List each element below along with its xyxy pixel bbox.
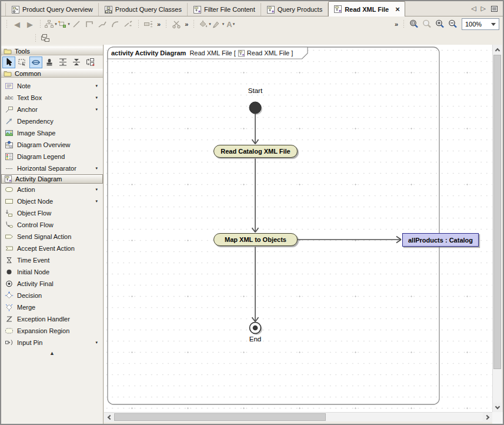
action-map-xml-to-objects[interactable]: Map XML to Objects: [213, 233, 298, 246]
toolbar-drag-handle[interactable]: [403, 20, 405, 29]
toolbar-drag-handle[interactable]: [193, 20, 195, 29]
dropdown-caret-icon[interactable]: ▾: [95, 187, 98, 192]
toolbar-drag-handle[interactable]: [165, 20, 167, 29]
scroll-up-button[interactable]: [493, 45, 502, 54]
scroll-tabs-right-button[interactable]: ▷: [481, 5, 486, 12]
sidebar-scroll-up-button[interactable]: ▲: [1, 350, 103, 356]
toolbar-drag-handle[interactable]: [35, 34, 36, 43]
control-flow-start-to-read[interactable]: [252, 114, 259, 144]
dropdown-caret-icon[interactable]: ▾: [95, 340, 98, 345]
sidebar-item-merge[interactable]: Merge: [1, 301, 103, 313]
initial-node[interactable]: [249, 102, 261, 114]
sidebar-item-accept-event-action[interactable]: Accept Event Action: [1, 243, 103, 254]
compress-tool-button[interactable]: [70, 57, 83, 68]
link-tool-button[interactable]: [29, 57, 42, 68]
path-oblique-button[interactable]: [96, 18, 109, 31]
sidebar-item-exception-handler[interactable]: Exception Handler: [1, 313, 103, 325]
overflow-chevron[interactable]: »: [157, 21, 161, 28]
add-related-elements-button[interactable]: ▾: [57, 18, 70, 31]
end-node-label[interactable]: End: [243, 336, 267, 343]
path-spline-button[interactable]: [122, 18, 135, 31]
vertical-scrollbar-thumb[interactable]: [493, 55, 501, 369]
tab-product-query-classes[interactable]: Product Query Classes: [99, 3, 188, 16]
object-flow-map-to-catalog[interactable]: [298, 237, 401, 243]
dropdown-caret-icon[interactable]: ▾: [95, 84, 98, 88]
control-flow-map-to-end[interactable]: [252, 247, 259, 322]
action-read-catalog-xml-file[interactable]: Read Catalog XML File: [213, 145, 298, 158]
font-color-button[interactable]: A ▾: [224, 18, 237, 31]
tools-section-header[interactable]: Tools: [1, 47, 103, 55]
activity-diagram-section-header[interactable]: Activity Diagram: [1, 174, 103, 184]
path-rectilinear-button[interactable]: [83, 18, 96, 31]
tab-filter-file-content[interactable]: Filter File Content: [188, 3, 261, 16]
line-color-button[interactable]: ▾: [211, 18, 225, 31]
toolbar-drag-handle[interactable]: [6, 20, 8, 29]
scroll-left-button[interactable]: [104, 413, 114, 422]
sidebar-item-expansion-region[interactable]: Expansion Region: [1, 325, 103, 337]
sidebar-item-note[interactable]: Note ▾: [1, 80, 103, 92]
horizontal-scrollbar-thumb[interactable]: [114, 413, 326, 421]
scroll-tabs-left-button[interactable]: ◁: [471, 5, 476, 12]
start-node-label[interactable]: Start: [243, 87, 267, 94]
scroll-down-button[interactable]: [493, 403, 502, 412]
zoom-selection-button[interactable]: [420, 18, 433, 31]
forward-button[interactable]: ▶: [24, 18, 36, 31]
vertical-scrollbar[interactable]: [492, 45, 502, 412]
zoom-in-button[interactable]: [433, 18, 446, 31]
cut-button[interactable]: [170, 18, 183, 31]
path-direct-button[interactable]: [70, 18, 83, 31]
dropdown-caret-icon[interactable]: ▾: [95, 199, 98, 204]
close-tab-icon[interactable]: ×: [395, 6, 400, 12]
sidebar-item-activity-final[interactable]: Activity Final: [1, 278, 103, 290]
sidebar-item-initial-node[interactable]: Initial Node: [1, 266, 103, 278]
reset-label-positions-button[interactable]: [142, 18, 155, 31]
fill-color-button[interactable]: ▾: [198, 18, 211, 31]
tab-query-products[interactable]: Query Products: [261, 3, 328, 16]
sidebar-item-horizontal-separator[interactable]: ---- Horizontal Separator ▾: [1, 162, 103, 174]
back-button[interactable]: ◀: [11, 18, 24, 31]
sidebar-item-send-signal-action[interactable]: Send Signal Action: [1, 231, 103, 243]
show-containment-button[interactable]: [39, 32, 52, 45]
sidebar-item-diagram-legend[interactable]: Diagram Legend: [1, 151, 103, 162]
stamp-tool-button[interactable]: [43, 57, 56, 68]
sidebar-item-text-box[interactable]: abc Text Box ▾: [1, 92, 103, 104]
horizontal-scrollbar[interactable]: [104, 412, 492, 421]
sidebar-item-action[interactable]: Action ▾: [1, 184, 103, 195]
sidebar-item-dependency[interactable]: Dependency: [1, 115, 103, 127]
select-tool-button[interactable]: [2, 57, 15, 68]
activity-diagram-icon: [193, 5, 202, 14]
sidebar-item-image-shape[interactable]: Image Shape: [1, 127, 103, 139]
layout-hierarchy-button[interactable]: ▾: [44, 18, 57, 31]
overflow-chevron[interactable]: »: [185, 21, 188, 28]
toolbar-drag-handle[interactable]: [39, 20, 41, 29]
sidebar-item-control-flow[interactable]: Control Flow: [1, 219, 103, 231]
zoom-out-button[interactable]: [446, 18, 459, 31]
sidebar-item-object-flow[interactable]: Object Flow: [1, 207, 103, 219]
sidebar-item-input-pin[interactable]: Input Pin ▾: [1, 337, 103, 348]
path-curved-button[interactable]: [109, 18, 122, 31]
object-node-allproducts-catalog[interactable]: allProducts : Catalog: [402, 233, 479, 247]
tab-list-icon[interactable]: [490, 5, 498, 12]
tab-read-xml-file[interactable]: Read XML File ×: [328, 1, 405, 16]
zoom-region-button[interactable]: [408, 18, 420, 31]
control-flow-read-to-map[interactable]: [252, 158, 259, 233]
dropdown-caret-icon[interactable]: ▾: [95, 166, 98, 171]
dropdown-caret-icon[interactable]: ▾: [95, 95, 98, 100]
common-section-header[interactable]: Common: [1, 69, 103, 78]
marquee-select-tool-button[interactable]: [16, 57, 29, 68]
dropdown-caret-icon[interactable]: ▾: [95, 107, 98, 112]
diagram-toolbar: [1, 32, 503, 45]
swap-elements-tool-button[interactable]: [84, 57, 96, 68]
zoom-level-combobox[interactable]: 100%: [462, 18, 499, 30]
sidebar-item-diagram-overview[interactable]: Diagram Overview: [1, 139, 103, 151]
sidebar-item-time-event[interactable]: Time Event: [1, 254, 103, 266]
sidebar-item-object-node[interactable]: Object Node ▾: [1, 195, 103, 207]
tab-product-query-overview[interactable]: Product Query Overview: [5, 3, 99, 16]
scroll-right-button[interactable]: [483, 413, 492, 422]
toolbar-drag-handle[interactable]: [138, 20, 139, 29]
sidebar-item-decision[interactable]: Decision: [1, 290, 103, 301]
sidebar-item-anchor[interactable]: Anchor ▾: [1, 104, 103, 115]
diagram-canvas[interactable]: activity Activity Diagram Read XML File …: [104, 45, 492, 412]
overflow-chevron[interactable]: »: [395, 21, 398, 28]
distribute-vertical-tool-button[interactable]: [56, 57, 69, 68]
